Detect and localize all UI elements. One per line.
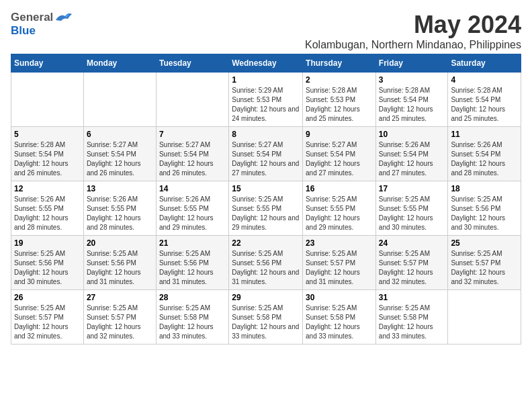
day-number: 11 — [451, 130, 518, 139]
day-info: Sunrise: 5:26 AM Sunset: 5:55 PM Dayligh… — [159, 195, 226, 232]
header-friday: Friday — [375, 54, 448, 73]
day-info: Sunrise: 5:27 AM Sunset: 5:54 PM Dayligh… — [232, 140, 300, 178]
table-row: 30Sunrise: 5:25 AM Sunset: 5:58 PM Dayli… — [303, 290, 376, 345]
table-row: 3Sunrise: 5:28 AM Sunset: 5:54 PM Daylig… — [375, 73, 448, 127]
day-number: 30 — [306, 293, 373, 302]
calendar-table: Sunday Monday Tuesday Wednesday Thursday… — [11, 54, 521, 345]
day-number: 28 — [159, 293, 226, 302]
table-row — [11, 73, 84, 127]
day-info: Sunrise: 5:26 AM Sunset: 5:54 PM Dayligh… — [379, 140, 445, 178]
day-info: Sunrise: 5:28 AM Sunset: 5:53 PM Dayligh… — [306, 86, 373, 124]
logo-general: General — [11, 11, 53, 24]
day-number: 20 — [87, 238, 153, 248]
day-number: 18 — [451, 184, 518, 193]
table-row: 16Sunrise: 5:25 AM Sunset: 5:55 PM Dayli… — [303, 181, 376, 236]
day-info: Sunrise: 5:26 AM Sunset: 5:55 PM Dayligh… — [14, 195, 81, 232]
days-header-row: Sunday Monday Tuesday Wednesday Thursday… — [11, 54, 521, 73]
table-row: 2Sunrise: 5:28 AM Sunset: 5:53 PM Daylig… — [303, 73, 376, 127]
table-row: 9Sunrise: 5:27 AM Sunset: 5:54 PM Daylig… — [303, 127, 376, 181]
day-number: 19 — [14, 238, 81, 248]
day-number: 12 — [14, 184, 81, 193]
day-info: Sunrise: 5:25 AM Sunset: 5:57 PM Dayligh… — [451, 249, 518, 287]
table-row: 20Sunrise: 5:25 AM Sunset: 5:56 PM Dayli… — [83, 236, 156, 290]
day-info: Sunrise: 5:25 AM Sunset: 5:56 PM Dayligh… — [14, 249, 81, 287]
table-row: 1Sunrise: 5:29 AM Sunset: 5:53 PM Daylig… — [229, 73, 303, 127]
day-info: Sunrise: 5:25 AM Sunset: 5:56 PM Dayligh… — [451, 195, 518, 232]
logo-bird-icon — [54, 11, 73, 24]
logo-blue: Blue — [11, 24, 36, 38]
week-row-3: 12Sunrise: 5:26 AM Sunset: 5:55 PM Dayli… — [11, 181, 521, 236]
table-row: 4Sunrise: 5:28 AM Sunset: 5:54 PM Daylig… — [448, 73, 521, 127]
day-info: Sunrise: 5:25 AM Sunset: 5:58 PM Dayligh… — [306, 304, 373, 341]
day-number: 13 — [87, 184, 153, 193]
day-info: Sunrise: 5:28 AM Sunset: 5:54 PM Dayligh… — [379, 86, 445, 124]
day-info: Sunrise: 5:27 AM Sunset: 5:54 PM Dayligh… — [159, 140, 226, 178]
table-row: 12Sunrise: 5:26 AM Sunset: 5:55 PM Dayli… — [11, 181, 84, 236]
table-row: 22Sunrise: 5:25 AM Sunset: 5:56 PM Dayli… — [229, 236, 303, 290]
table-row: 26Sunrise: 5:25 AM Sunset: 5:57 PM Dayli… — [11, 290, 84, 345]
week-row-5: 26Sunrise: 5:25 AM Sunset: 5:57 PM Dayli… — [11, 290, 521, 345]
table-row — [448, 290, 521, 345]
table-row: 25Sunrise: 5:25 AM Sunset: 5:57 PM Dayli… — [448, 236, 521, 290]
day-info: Sunrise: 5:25 AM Sunset: 5:57 PM Dayligh… — [379, 249, 445, 287]
table-row: 23Sunrise: 5:25 AM Sunset: 5:57 PM Dayli… — [303, 236, 376, 290]
day-info: Sunrise: 5:25 AM Sunset: 5:55 PM Dayligh… — [379, 195, 445, 232]
day-info: Sunrise: 5:27 AM Sunset: 5:54 PM Dayligh… — [87, 140, 153, 178]
title-area: May 2024 Kolambugan, Northern Mindanao, … — [305, 11, 521, 51]
day-number: 21 — [159, 238, 226, 248]
week-row-1: 1Sunrise: 5:29 AM Sunset: 5:53 PM Daylig… — [11, 73, 521, 127]
day-number: 2 — [306, 75, 373, 85]
table-row: 11Sunrise: 5:26 AM Sunset: 5:54 PM Dayli… — [448, 127, 521, 181]
day-number: 15 — [232, 184, 300, 193]
table-row: 17Sunrise: 5:25 AM Sunset: 5:55 PM Dayli… — [375, 181, 448, 236]
logo: General Blue — [11, 11, 73, 38]
header-wednesday: Wednesday — [229, 54, 303, 73]
table-row: 14Sunrise: 5:26 AM Sunset: 5:55 PM Dayli… — [156, 181, 228, 236]
week-row-4: 19Sunrise: 5:25 AM Sunset: 5:56 PM Dayli… — [11, 236, 521, 290]
table-row: 5Sunrise: 5:28 AM Sunset: 5:54 PM Daylig… — [11, 127, 84, 181]
table-row: 28Sunrise: 5:25 AM Sunset: 5:58 PM Dayli… — [156, 290, 228, 345]
day-info: Sunrise: 5:25 AM Sunset: 5:55 PM Dayligh… — [232, 195, 300, 232]
day-number: 14 — [159, 184, 226, 193]
day-number: 8 — [232, 130, 300, 139]
day-number: 9 — [306, 130, 373, 139]
table-row — [156, 73, 228, 127]
day-info: Sunrise: 5:25 AM Sunset: 5:56 PM Dayligh… — [232, 249, 300, 287]
table-row: 27Sunrise: 5:25 AM Sunset: 5:57 PM Dayli… — [83, 290, 156, 345]
day-info: Sunrise: 5:26 AM Sunset: 5:54 PM Dayligh… — [451, 140, 518, 178]
location-title: Kolambugan, Northern Mindanao, Philippin… — [305, 39, 521, 51]
table-row: 13Sunrise: 5:26 AM Sunset: 5:55 PM Dayli… — [83, 181, 156, 236]
table-row: 29Sunrise: 5:25 AM Sunset: 5:58 PM Dayli… — [229, 290, 303, 345]
table-row: 8Sunrise: 5:27 AM Sunset: 5:54 PM Daylig… — [229, 127, 303, 181]
week-row-2: 5Sunrise: 5:28 AM Sunset: 5:54 PM Daylig… — [11, 127, 521, 181]
day-number: 25 — [451, 238, 518, 248]
day-info: Sunrise: 5:25 AM Sunset: 5:57 PM Dayligh… — [14, 304, 81, 341]
day-info: Sunrise: 5:26 AM Sunset: 5:55 PM Dayligh… — [87, 195, 153, 232]
table-row: 19Sunrise: 5:25 AM Sunset: 5:56 PM Dayli… — [11, 236, 84, 290]
day-info: Sunrise: 5:25 AM Sunset: 5:56 PM Dayligh… — [159, 249, 226, 287]
table-row: 7Sunrise: 5:27 AM Sunset: 5:54 PM Daylig… — [156, 127, 228, 181]
day-info: Sunrise: 5:29 AM Sunset: 5:53 PM Dayligh… — [232, 86, 300, 124]
day-info: Sunrise: 5:25 AM Sunset: 5:55 PM Dayligh… — [306, 195, 373, 232]
table-row: 18Sunrise: 5:25 AM Sunset: 5:56 PM Dayli… — [448, 181, 521, 236]
day-number: 26 — [14, 293, 81, 302]
day-number: 7 — [159, 130, 226, 139]
day-info: Sunrise: 5:25 AM Sunset: 5:57 PM Dayligh… — [306, 249, 373, 287]
day-number: 5 — [14, 130, 81, 139]
month-title: May 2024 — [305, 11, 521, 39]
day-number: 31 — [379, 293, 445, 302]
day-info: Sunrise: 5:25 AM Sunset: 5:58 PM Dayligh… — [232, 304, 300, 341]
day-number: 22 — [232, 238, 300, 248]
header-sunday: Sunday — [11, 54, 84, 73]
day-number: 17 — [379, 184, 445, 193]
day-info: Sunrise: 5:25 AM Sunset: 5:56 PM Dayligh… — [87, 249, 153, 287]
day-number: 1 — [232, 75, 300, 85]
table-row: 6Sunrise: 5:27 AM Sunset: 5:54 PM Daylig… — [83, 127, 156, 181]
header-saturday: Saturday — [448, 54, 521, 73]
day-number: 16 — [306, 184, 373, 193]
header-tuesday: Tuesday — [156, 54, 228, 73]
day-number: 4 — [451, 75, 518, 85]
day-number: 3 — [379, 75, 445, 85]
day-number: 27 — [87, 293, 153, 302]
day-number: 29 — [232, 293, 300, 302]
